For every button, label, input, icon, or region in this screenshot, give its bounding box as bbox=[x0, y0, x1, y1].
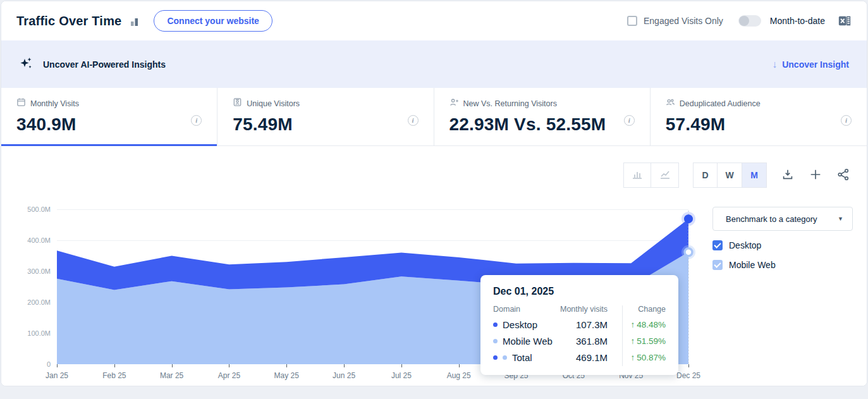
granularity-switch: D W M bbox=[693, 163, 767, 188]
metric-card-monthly-visits[interactable]: Monthly Visits 340.9M i bbox=[1, 88, 217, 145]
metric-value: 57.49M bbox=[666, 114, 852, 135]
tooltip-change: ↑50.87% bbox=[608, 353, 666, 362]
share-button[interactable] bbox=[836, 168, 850, 183]
tooltip-col-domain: Domain bbox=[493, 305, 554, 314]
download-icon bbox=[781, 168, 795, 183]
info-icon[interactable]: i bbox=[408, 115, 419, 126]
metric-label: Deduplicated Audience bbox=[680, 99, 761, 108]
x-axis-label: Aug 25 bbox=[439, 371, 479, 380]
excel-export-icon[interactable] bbox=[838, 14, 852, 28]
tooltip-rows: Desktop107.3M↑48.48%Mobile Web361.8M↑51.… bbox=[493, 319, 666, 363]
x-axis-tick bbox=[57, 364, 58, 367]
arrow-down-icon: ↓ bbox=[772, 59, 777, 70]
tooltip-header-row: Domain Monthly visits Change bbox=[493, 305, 666, 314]
chart-toolbar: D W M bbox=[623, 163, 850, 188]
y-axis-label: 0 bbox=[5, 360, 51, 368]
x-axis-tick bbox=[172, 364, 173, 367]
metric-value: 340.9M bbox=[16, 114, 202, 135]
tooltip-change: ↑51.59% bbox=[608, 336, 666, 346]
traffic-over-time-panel: Traffic Over Time Connect your website E… bbox=[1, 1, 867, 386]
tooltip-date: Dec 01, 2025 bbox=[493, 286, 666, 297]
metric-card-new-vs-returning[interactable]: New Vs. Returning Visitors 22.93M Vs. 52… bbox=[434, 88, 651, 145]
plus-icon bbox=[809, 168, 822, 183]
chevron-down-icon: ▼ bbox=[838, 216, 843, 222]
up-arrow-icon: ↑ bbox=[630, 320, 635, 329]
granularity-daily[interactable]: D bbox=[693, 163, 718, 188]
ai-insights-bar: Uncover AI-Powered Insights ↓ Uncover In… bbox=[1, 40, 867, 88]
up-arrow-icon: ↑ bbox=[630, 336, 635, 346]
month-to-date-toggle[interactable] bbox=[738, 15, 761, 27]
tooltip-col-visits: Monthly visits bbox=[554, 305, 608, 314]
page-title: Traffic Over Time bbox=[16, 14, 121, 28]
tooltip-domain: Total bbox=[493, 352, 554, 363]
up-arrow-icon: ↑ bbox=[630, 353, 635, 362]
benchmark-dropdown[interactable]: Benchmark to a category ▼ bbox=[712, 207, 853, 231]
x-axis-label: Jan 25 bbox=[37, 371, 77, 380]
line-chart-type-button[interactable] bbox=[651, 163, 679, 188]
tooltip-visits: 361.8M bbox=[554, 336, 608, 347]
mobile-data-point-marker bbox=[685, 249, 692, 256]
page-background: Traffic Over Time Connect your website E… bbox=[0, 0, 868, 399]
uncover-insight-link[interactable]: ↓ Uncover Insight bbox=[772, 59, 849, 70]
tooltip-domain: Desktop bbox=[493, 319, 554, 330]
bar-chart-type-button[interactable] bbox=[623, 163, 651, 188]
chart-section: D W M 500.0M400.0M300.0M200.0M100.0M0 bbox=[1, 146, 867, 386]
x-axis-label: May 25 bbox=[266, 371, 307, 380]
tooltip-change: ↑48.48% bbox=[608, 320, 666, 329]
metric-value: 22.93M Vs. 52.55M bbox=[449, 114, 635, 135]
x-axis-label: Jun 25 bbox=[324, 371, 364, 380]
unique-visitor-icon bbox=[233, 97, 242, 109]
metric-card-deduplicated-audience[interactable]: Deduplicated Audience 57.49M i bbox=[651, 88, 867, 145]
series-dot-icon bbox=[493, 339, 498, 343]
header: Traffic Over Time Connect your website E… bbox=[1, 1, 867, 40]
series-dot-icon bbox=[493, 322, 498, 327]
x-axis-tick bbox=[286, 364, 287, 367]
x-axis-tick bbox=[229, 364, 229, 367]
x-axis-tick bbox=[459, 364, 460, 367]
total-data-point-marker bbox=[684, 214, 693, 223]
toggle-knob bbox=[739, 16, 749, 26]
tooltip-row: Desktop107.3M↑48.48% bbox=[493, 319, 666, 330]
tooltip-visits: 107.3M bbox=[554, 319, 608, 330]
benchmark-dropdown-label: Benchmark to a category bbox=[726, 214, 838, 224]
series-dot-icon bbox=[493, 355, 498, 360]
metric-label: New Vs. Returning Visitors bbox=[463, 99, 557, 108]
download-button[interactable] bbox=[781, 168, 795, 183]
add-compare-button[interactable] bbox=[809, 168, 822, 183]
new-returning-icon bbox=[449, 97, 459, 109]
legend-label: Mobile Web bbox=[729, 260, 776, 270]
legend-item-mobile-web[interactable]: Mobile Web bbox=[712, 260, 853, 270]
tooltip-visits: 469.1M bbox=[554, 352, 608, 363]
y-axis-label: 100.0M bbox=[5, 329, 51, 337]
info-icon[interactable]: i bbox=[191, 115, 202, 126]
legend-label: Desktop bbox=[729, 240, 761, 250]
desktop-checkbox[interactable] bbox=[712, 240, 723, 250]
mobile-web-checkbox[interactable] bbox=[712, 260, 723, 270]
info-icon[interactable]: i bbox=[841, 115, 852, 126]
legend-item-desktop[interactable]: Desktop bbox=[712, 240, 853, 250]
info-icon[interactable]: i bbox=[624, 115, 635, 126]
x-axis-tick bbox=[344, 364, 345, 367]
granularity-monthly[interactable]: M bbox=[742, 163, 767, 188]
metric-label: Unique Visitors bbox=[247, 99, 300, 108]
calendar-icon bbox=[16, 97, 26, 109]
chart-right-panel: Benchmark to a category ▼ Desktop Mobile… bbox=[712, 207, 853, 270]
x-axis-tick bbox=[114, 364, 115, 367]
connect-website-button[interactable]: Connect your website bbox=[154, 10, 272, 32]
x-axis-tick bbox=[401, 364, 402, 367]
ai-insights-label: Uncover AI-Powered Insights bbox=[43, 59, 166, 70]
uncover-insight-label: Uncover Insight bbox=[782, 59, 849, 70]
x-axis-label: Jul 25 bbox=[381, 371, 422, 380]
metric-label: Monthly Visits bbox=[30, 99, 79, 108]
engaged-visits-label: Engaged Visits Only bbox=[644, 16, 723, 26]
tooltip-column-divider bbox=[622, 305, 623, 366]
series-dot-icon bbox=[503, 355, 507, 360]
granularity-weekly[interactable]: W bbox=[718, 163, 742, 188]
bar-chart-icon bbox=[631, 168, 644, 183]
audience-icon bbox=[666, 97, 675, 109]
metric-card-unique-visitors[interactable]: Unique Visitors 75.49M i bbox=[217, 88, 434, 145]
x-axis-tick bbox=[688, 364, 689, 367]
chart-tooltip: Dec 01, 2025 Domain Monthly visits Chang… bbox=[480, 275, 678, 375]
tooltip-row: Mobile Web361.8M↑51.59% bbox=[493, 336, 666, 347]
engaged-visits-checkbox[interactable] bbox=[627, 16, 637, 26]
